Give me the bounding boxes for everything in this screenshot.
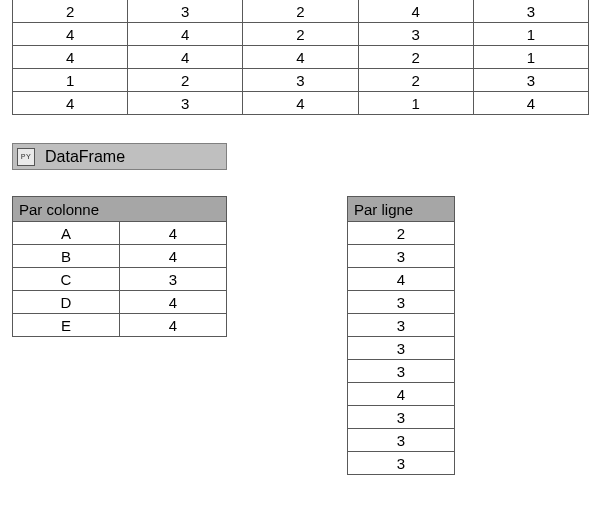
table-row[interactable]: 3 [348, 406, 455, 429]
col-name[interactable]: B [13, 245, 120, 268]
col-name[interactable]: A [13, 222, 120, 245]
table-row[interactable]: 4 4 4 2 1 [13, 46, 589, 69]
table-row[interactable]: 3 [348, 337, 455, 360]
table-row[interactable]: 3 [348, 429, 455, 452]
row-value[interactable]: 2 [348, 222, 455, 245]
cell[interactable]: 1 [473, 46, 588, 69]
cell[interactable]: 4 [128, 23, 243, 46]
cell[interactable]: 2 [358, 46, 473, 69]
dataframe-label: DataFrame [45, 148, 125, 166]
row-value[interactable]: 3 [348, 429, 455, 452]
cell[interactable]: 1 [13, 69, 128, 92]
col-value[interactable]: 4 [120, 222, 227, 245]
table-row[interactable]: D 4 [13, 291, 227, 314]
col-value[interactable]: 4 [120, 314, 227, 337]
spreadsheet-view: 2 3 2 4 3 4 4 2 3 1 4 4 4 2 1 1 [0, 0, 600, 532]
table-row[interactable]: 3 [348, 452, 455, 475]
row-value[interactable]: 3 [348, 314, 455, 337]
col-name[interactable]: E [13, 314, 120, 337]
col-value[interactable]: 3 [120, 268, 227, 291]
table-row[interactable]: 4 [348, 268, 455, 291]
cell[interactable]: 3 [358, 23, 473, 46]
cell[interactable]: 1 [473, 23, 588, 46]
cell[interactable]: 2 [13, 0, 128, 23]
cell[interactable]: 1 [358, 92, 473, 115]
table-row[interactable]: 3 [348, 291, 455, 314]
table-row[interactable]: 4 [348, 383, 455, 406]
col-name[interactable]: C [13, 268, 120, 291]
cell[interactable]: 4 [473, 92, 588, 115]
row-value[interactable]: 4 [348, 383, 455, 406]
cell[interactable]: 3 [128, 0, 243, 23]
cell[interactable]: 3 [243, 69, 358, 92]
cell[interactable]: 4 [358, 0, 473, 23]
cell[interactable]: 2 [243, 0, 358, 23]
row-value[interactable]: 3 [348, 291, 455, 314]
table-row[interactable]: B 4 [13, 245, 227, 268]
table-row[interactable]: 3 [348, 314, 455, 337]
cell[interactable]: 2 [358, 69, 473, 92]
row-value[interactable]: 3 [348, 360, 455, 383]
table-row[interactable]: 3 [348, 245, 455, 268]
table-row[interactable]: C 3 [13, 268, 227, 291]
per-row-table: Par ligne 2 3 4 3 3 3 3 4 3 3 3 [347, 196, 455, 475]
cell[interactable]: 4 [128, 46, 243, 69]
row-value[interactable]: 3 [348, 245, 455, 268]
col-value[interactable]: 4 [120, 245, 227, 268]
per-column-header[interactable]: Par colonne [13, 197, 227, 222]
cell[interactable]: 4 [13, 92, 128, 115]
table-row[interactable]: 1 2 3 2 3 [13, 69, 589, 92]
table-row[interactable]: 3 [348, 360, 455, 383]
per-column-table: Par colonne A 4 B 4 C 3 D 4 E 4 [12, 196, 227, 337]
cell[interactable]: 2 [128, 69, 243, 92]
per-row-header[interactable]: Par ligne [348, 197, 455, 222]
col-value[interactable]: 4 [120, 291, 227, 314]
table-row[interactable]: 4 3 4 1 4 [13, 92, 589, 115]
row-value[interactable]: 3 [348, 452, 455, 475]
row-value[interactable]: 4 [348, 268, 455, 291]
row-value[interactable]: 3 [348, 406, 455, 429]
python-icon-text: PY [21, 152, 32, 161]
table-row[interactable]: A 4 [13, 222, 227, 245]
table-row[interactable]: 2 3 2 4 3 [13, 0, 589, 23]
cell[interactable]: 4 [13, 23, 128, 46]
row-value[interactable]: 3 [348, 337, 455, 360]
table-row[interactable]: 4 4 2 3 1 [13, 23, 589, 46]
source-data-table: 2 3 2 4 3 4 4 2 3 1 4 4 4 2 1 1 [12, 0, 589, 115]
cell[interactable]: 4 [243, 92, 358, 115]
python-icon: PY [17, 148, 35, 166]
table-row[interactable]: E 4 [13, 314, 227, 337]
cell[interactable]: 4 [243, 46, 358, 69]
cell[interactable]: 4 [13, 46, 128, 69]
cell[interactable]: 3 [473, 0, 588, 23]
cell[interactable]: 3 [473, 69, 588, 92]
cell[interactable]: 3 [128, 92, 243, 115]
table-row[interactable]: 2 [348, 222, 455, 245]
col-name[interactable]: D [13, 291, 120, 314]
python-dataframe-cell[interactable]: PY DataFrame [12, 143, 227, 170]
cell[interactable]: 2 [243, 23, 358, 46]
